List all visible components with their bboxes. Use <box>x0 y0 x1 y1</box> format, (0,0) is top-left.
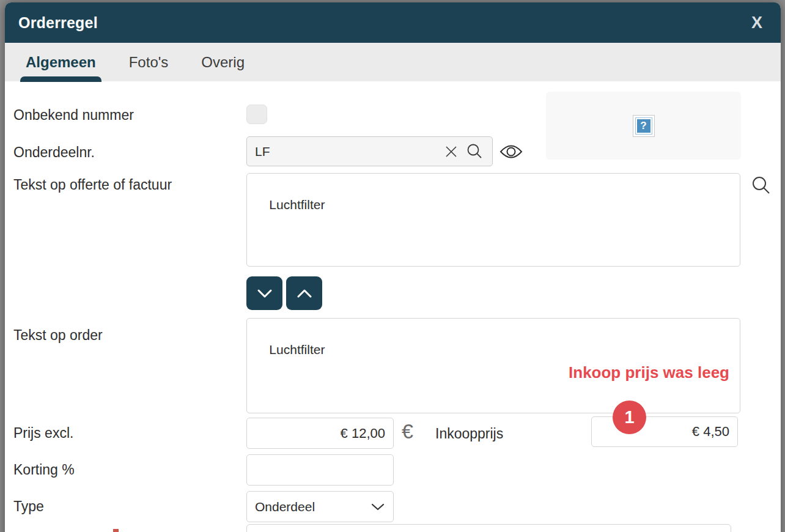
chevron-down-icon <box>256 288 273 299</box>
orderregel-dialog: Orderregel X Algemeen Foto's Overig Onbe… <box>5 2 781 532</box>
inkoopprijs-value: € 4,50 <box>692 424 729 440</box>
cutoff-red-text-fragment <box>113 529 119 532</box>
broken-image-icon: ? <box>633 115 655 137</box>
tekst-offerte-textarea[interactable]: Luchtfilter <box>246 173 740 267</box>
dialog-titlebar: Orderregel X <box>5 2 781 43</box>
search-icon[interactable] <box>750 174 773 198</box>
chevron-up-icon <box>296 288 313 299</box>
onbekend-nummer-checkbox[interactable] <box>246 105 267 124</box>
type-selected-value: Onderdeel <box>255 500 315 514</box>
prijs-excl-value: € 12,00 <box>341 426 385 441</box>
active-tab-underline <box>20 76 101 82</box>
tab-fotos[interactable]: Foto's <box>123 43 174 81</box>
move-down-button[interactable] <box>246 276 282 310</box>
chevron-down-icon <box>370 503 385 511</box>
eye-icon[interactable] <box>498 142 525 161</box>
prijs-excl-label: Prijs excl. <box>13 423 73 443</box>
dialog-title: Orderregel <box>18 14 98 32</box>
onbekend-nummer-label: Onbekend nummer <box>13 105 134 125</box>
close-icon[interactable]: X <box>746 13 767 32</box>
tab-overig-label: Overig <box>201 54 245 71</box>
move-up-button[interactable] <box>286 276 322 310</box>
onderdeelnr-label: Onderdeelnr. <box>13 142 95 162</box>
tekst-offerte-value: Luchtfilter <box>269 198 325 212</box>
notification-badge: 1 <box>613 401 646 434</box>
onderdeelnr-value: LF <box>255 144 440 159</box>
next-field-input-partial[interactable] <box>246 524 731 532</box>
tab-algemeen-label: Algemeen <box>26 54 96 71</box>
inkoopprijs-label: Inkoopprijs <box>435 426 503 442</box>
search-icon[interactable] <box>463 139 486 164</box>
tab-fotos-label: Foto's <box>129 54 169 71</box>
photo-placeholder-panel: ? <box>546 92 741 160</box>
type-select[interactable]: Onderdeel <box>246 491 394 522</box>
tekst-order-value: Luchtfilter <box>269 342 325 357</box>
tab-overig[interactable]: Overig <box>196 43 250 81</box>
tab-bar: Algemeen Foto's Overig <box>5 43 781 81</box>
warning-message: Inkoop prijs was leeg <box>569 363 729 382</box>
broken-image-glyph: ? <box>636 118 652 134</box>
onderdeelnr-input[interactable]: LF <box>246 136 493 166</box>
tekst-offerte-label: Tekst op offerte of factuur <box>13 172 175 198</box>
euro-symbol: € <box>402 419 413 443</box>
prijs-excl-input[interactable]: € 12,00 <box>246 418 394 449</box>
tekst-order-label: Tekst op order <box>13 325 103 345</box>
clear-x-icon[interactable] <box>440 139 463 164</box>
type-label: Type <box>13 497 44 516</box>
korting-label: Korting % <box>13 460 75 479</box>
korting-input[interactable] <box>246 454 394 486</box>
tab-algemeen[interactable]: Algemeen <box>20 43 101 81</box>
